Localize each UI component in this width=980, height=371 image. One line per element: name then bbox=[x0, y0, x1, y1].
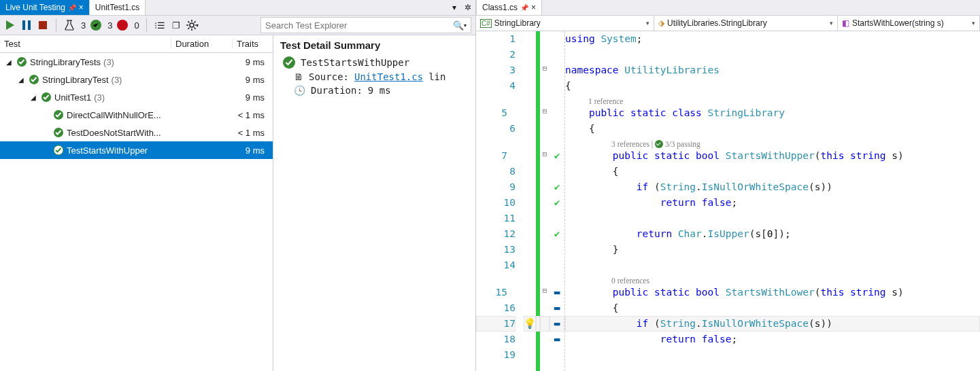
code-line[interactable]: return Char.IsUpper(s[0]); bbox=[565, 226, 980, 242]
tree-row[interactable]: TestDoesNotStartWith... < 1 ms bbox=[0, 124, 273, 141]
code-line[interactable]: using System; bbox=[565, 31, 980, 47]
pass-count: 3 bbox=[107, 20, 112, 31]
close-icon[interactable]: × bbox=[79, 3, 84, 12]
lightbulb-icon[interactable]: 💡 bbox=[524, 318, 536, 329]
tab-unit-test-file[interactable]: UnitTest1.cs bbox=[90, 0, 146, 15]
svg-marker-0 bbox=[6, 20, 14, 30]
code-line[interactable] bbox=[565, 211, 980, 226]
pause-icon[interactable] bbox=[20, 19, 33, 31]
dropdown-icon[interactable]: ▾ bbox=[448, 3, 460, 12]
code-line[interactable] bbox=[565, 258, 980, 273]
code-line[interactable]: if (String.IsNullOrWhiteSpace(s)) bbox=[565, 179, 980, 195]
nav-member[interactable]: ◧StartsWithLower(string s)▾ bbox=[838, 16, 980, 31]
code-line[interactable]: 3 references | 3/3 passing public static… bbox=[565, 137, 980, 164]
pass-filter-icon[interactable] bbox=[90, 19, 102, 31]
svg-point-7 bbox=[190, 23, 194, 27]
dash-icon: ▬ bbox=[554, 334, 560, 344]
test-name: TestStartsWithUpper bbox=[67, 145, 148, 156]
svg-line-12 bbox=[188, 21, 189, 22]
gear-icon[interactable]: ✲ bbox=[460, 3, 475, 12]
nav-project[interactable]: C#StringLibrary▾ bbox=[476, 16, 654, 31]
code-line[interactable] bbox=[565, 47, 980, 63]
check-icon: ✔ bbox=[554, 228, 560, 239]
svg-point-6 bbox=[117, 20, 128, 31]
caret-icon: ◢ bbox=[4, 58, 14, 66]
code-line[interactable]: { bbox=[565, 164, 980, 179]
test-duration: 9 ms bbox=[212, 57, 273, 67]
settings-icon[interactable]: ▾ bbox=[186, 19, 199, 31]
tab-class1[interactable]: Class1.cs 📌 × bbox=[476, 0, 542, 15]
search-icon[interactable]: 🔍 bbox=[453, 20, 464, 31]
col-duration[interactable]: Duration bbox=[171, 39, 233, 49]
code-line[interactable]: namespace UtilityLibraries bbox=[565, 63, 980, 78]
test-duration: 9 ms bbox=[212, 145, 273, 156]
clock-icon: 🕓 bbox=[294, 85, 305, 96]
fail-count: 0 bbox=[134, 20, 139, 31]
tab-live-unit-testing[interactable]: Live Unit Testing 📌 × bbox=[0, 0, 90, 15]
play-icon[interactable] bbox=[4, 19, 16, 31]
code-line[interactable]: return false; bbox=[565, 332, 980, 347]
editor-tabs: Class1.cs 📌 × bbox=[476, 0, 980, 15]
tab-label: Class1.cs bbox=[482, 3, 518, 12]
test-duration: < 1 ms bbox=[212, 110, 273, 120]
nav-class[interactable]: ⬗UtilityLibraries.StringLibrary▾ bbox=[654, 16, 838, 31]
detail-test-name: TestStartsWithUpper bbox=[301, 57, 409, 68]
detail-title: Test Detail Summary bbox=[280, 39, 475, 51]
total-count: 3 bbox=[81, 20, 86, 31]
fail-filter-icon[interactable] bbox=[116, 19, 129, 31]
code-editor[interactable]: 12345678910111213141516171819 💡 ⊟⊟⊟⊟ ✔✔✔… bbox=[476, 31, 980, 371]
pin-icon[interactable]: 📌 bbox=[520, 4, 528, 12]
windows-icon[interactable]: ❐ bbox=[170, 19, 182, 31]
tree-row[interactable]: ◢ StringLibraryTests (3) 9 ms bbox=[0, 53, 273, 71]
dash-icon: ▬ bbox=[554, 302, 560, 313]
svg-rect-2 bbox=[28, 20, 31, 30]
svg-rect-3 bbox=[39, 21, 47, 29]
caret-icon: ◢ bbox=[29, 94, 38, 101]
col-test[interactable]: Test bbox=[0, 39, 171, 49]
pin-icon[interactable]: 📌 bbox=[68, 4, 76, 12]
test-duration: 9 ms bbox=[212, 92, 273, 103]
svg-line-15 bbox=[188, 28, 189, 29]
test-toolbar: 3 3 0 ⁝☰ ❐ ▾ 🔍▾ bbox=[0, 15, 475, 35]
tree-row[interactable]: ◢ StringLibraryTest (3) 9 ms bbox=[0, 71, 273, 88]
source-link[interactable]: UnitTest1.cs bbox=[354, 71, 423, 82]
search-box[interactable]: 🔍▾ bbox=[260, 17, 471, 33]
tree-row[interactable]: DirectCallWithNullOrE... < 1 ms bbox=[0, 106, 273, 124]
hierarchy-icon[interactable]: ⁝☰ bbox=[154, 19, 166, 31]
tree-row[interactable]: TestStartsWithUpper 9 ms bbox=[0, 141, 273, 159]
test-count: (3) bbox=[94, 92, 105, 103]
test-name: TestDoesNotStartWith... bbox=[67, 128, 161, 138]
duration-label: Duration: bbox=[311, 85, 362, 96]
stop-icon[interactable] bbox=[37, 19, 49, 31]
search-input[interactable] bbox=[265, 20, 453, 31]
code-line[interactable]: 1 reference public static class StringLi… bbox=[565, 94, 980, 121]
tab-label: UnitTest1.cs bbox=[95, 3, 139, 12]
test-tree: Test Duration Traits ◢ StringLibraryTest… bbox=[0, 35, 273, 371]
code-line[interactable]: return false; bbox=[565, 195, 980, 211]
test-name: UnitTest1 bbox=[54, 92, 91, 103]
close-icon[interactable]: × bbox=[531, 3, 536, 12]
code-line[interactable]: { bbox=[565, 300, 980, 316]
check-icon: ✔ bbox=[554, 181, 560, 192]
svg-rect-1 bbox=[22, 20, 25, 30]
test-name: DirectCallWithNullOrE... bbox=[67, 110, 161, 120]
code-line[interactable]: } bbox=[565, 242, 980, 258]
test-count: (3) bbox=[103, 57, 114, 67]
check-icon: ✔ bbox=[554, 150, 560, 161]
code-line[interactable]: { bbox=[565, 121, 980, 137]
test-duration: 9 ms bbox=[212, 75, 273, 85]
tab-label: Live Unit Testing bbox=[5, 3, 65, 12]
code-line[interactable]: { bbox=[565, 78, 980, 94]
code-line[interactable]: 0 references public static bool StartsWi… bbox=[565, 273, 980, 300]
test-detail: Test Detail Summary TestStartsWithUpper … bbox=[273, 35, 475, 371]
col-traits[interactable]: Traits bbox=[233, 39, 258, 49]
duration-value: 9 ms bbox=[368, 85, 391, 96]
file-icon: 🗎 bbox=[294, 71, 303, 82]
test-name: StringLibraryTest bbox=[42, 75, 109, 85]
flask-icon[interactable] bbox=[63, 19, 75, 31]
code-line[interactable]: if (String.IsNullOrWhiteSpace(s)) bbox=[565, 316, 980, 332]
code-line[interactable] bbox=[565, 347, 980, 363]
nav-bar: C#StringLibrary▾ ⬗UtilityLibraries.Strin… bbox=[476, 15, 980, 31]
caret-icon: ◢ bbox=[16, 76, 26, 84]
tree-row[interactable]: ◢ UnitTest1 (3) 9 ms bbox=[0, 88, 273, 106]
